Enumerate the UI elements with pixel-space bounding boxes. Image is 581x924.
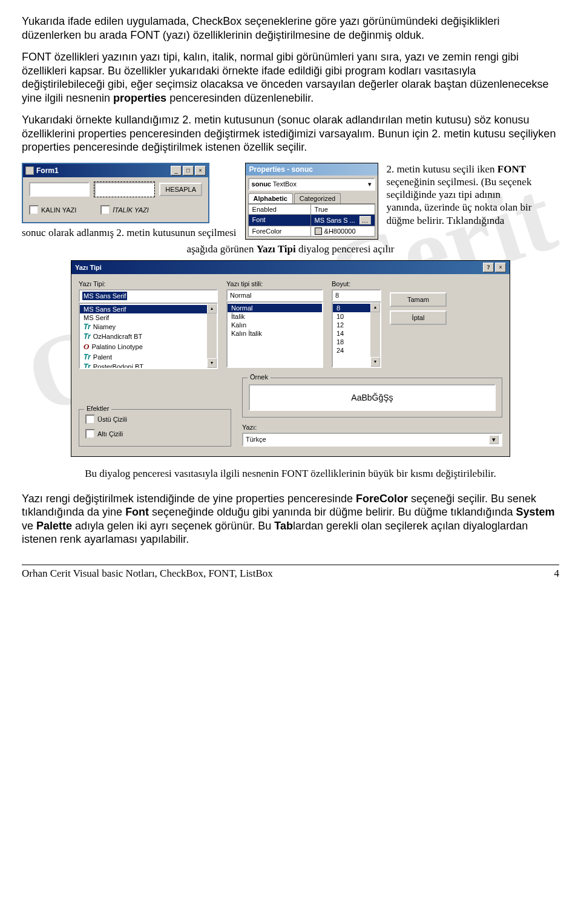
checkbox-icon — [100, 205, 110, 215]
help-button[interactable]: ? — [483, 263, 494, 272]
font-name-input[interactable]: MS Sans Serif — [79, 289, 218, 303]
checkbox-italik-label: İTALİK YAZI — [113, 206, 149, 214]
properties-tabs: Alphabetic Categorized — [248, 193, 375, 203]
list-item[interactable]: 12 — [333, 321, 370, 329]
properties-title: Properties - sonuc — [246, 163, 378, 175]
properties-window: Properties - sonuc sonuc TextBox ▾ Alpha… — [245, 163, 378, 240]
sc-b: FONT — [497, 163, 526, 175]
checkbox-under-label: Altı Çizili — [97, 430, 123, 437]
cc-a: aşağıda görünen — [186, 243, 256, 255]
prop-key: ForeColor — [249, 226, 311, 236]
minimize-button[interactable]: _ — [171, 166, 182, 175]
p2c: penceresinden düzenlenebilir. — [166, 92, 313, 104]
checkbox-italik[interactable]: İTALİK YAZI — [100, 205, 149, 215]
maximize-button[interactable]: □ — [183, 166, 194, 175]
font-size-input[interactable]: 8 — [332, 289, 381, 301]
sc-c: seçeneğinin seçilmesi. (Bu seçenek seçil… — [387, 176, 532, 226]
scrollbar[interactable]: ▴ ▾ — [370, 303, 380, 367]
form1-titlebar[interactable]: Form1 _ □ × — [23, 164, 208, 177]
opentype-icon: O — [84, 342, 89, 352]
ok-button[interactable]: Tamam — [390, 292, 447, 307]
textbox-sonuc[interactable] — [94, 182, 155, 197]
chevron-down-icon: ▾ — [489, 435, 499, 444]
list-item[interactable]: Normal — [228, 304, 322, 312]
list-item[interactable]: MS Sans Serif — [80, 305, 207, 313]
side-caption: 2. metin kutusu seçili iken FONT seçeneğ… — [387, 163, 532, 227]
prop-row-selected[interactable]: Font MS Sans S ... … — [249, 214, 375, 226]
sample-legend: Örnek — [248, 373, 271, 381]
obj-type: TextBox — [273, 180, 297, 188]
checkbox-kalin-label: KALIN YAZI — [41, 206, 76, 214]
label-yazi: Yazı: — [242, 424, 502, 431]
font-name-value: MS Sans Serif — [82, 292, 127, 300]
prop-row[interactable]: Enabled True — [249, 204, 375, 214]
cc-c: diyalog penceresi açılır — [296, 243, 395, 255]
ellipsis-button[interactable]: … — [359, 216, 371, 224]
prop-key: Font — [249, 215, 311, 226]
page-footer: Orhan Cerit Visual basic Notları, CheckB… — [22, 565, 559, 580]
prop-row[interactable]: ForeColor &H800000 — [249, 226, 375, 236]
after-caption: Bu diyalog penceresi vasıtasıyla ilgili … — [22, 468, 559, 480]
object-selector[interactable]: sonuc TextBox ▾ — [248, 178, 375, 191]
checkbox-strike-label: Üstü Çizili — [97, 416, 127, 423]
checkbox-underline[interactable]: Altı Çizili — [85, 429, 225, 439]
list-item[interactable]: Kalın — [228, 321, 322, 329]
hesapla-button[interactable]: HESAPLA — [159, 183, 202, 196]
font-style-value: Normal — [230, 292, 251, 299]
list-item[interactable]: 10 — [333, 312, 370, 321]
list-item[interactable]: TrPalent — [80, 352, 207, 362]
p2b: properties — [113, 92, 166, 104]
list-item[interactable]: 14 — [333, 329, 370, 338]
scroll-down-icon[interactable]: ▾ — [207, 358, 217, 368]
checkbox-strike[interactable]: Üstü Çizili — [85, 414, 225, 424]
paragraph-4: Yazı rengi değiştirilmek istendiğinde de… — [22, 492, 559, 546]
sc-a: 2. metin kutusu seçili iken — [387, 163, 497, 175]
label-stil: Yazı tipi stili: — [226, 280, 323, 287]
checkbox-kalin[interactable]: KALIN YAZI — [29, 205, 76, 215]
footer-left: Orhan Cerit Visual basic Notları, CheckB… — [22, 568, 273, 580]
tab-categorized[interactable]: Categorized — [294, 193, 341, 203]
font-size-value: 8 — [335, 292, 339, 299]
checkbox-icon — [85, 414, 95, 424]
scrollbar[interactable]: ▴ ▾ — [207, 304, 217, 368]
label-yazi-tipi: Yazı Tipi: — [79, 280, 218, 287]
textbox-1[interactable] — [29, 182, 90, 197]
form1-title: Form1 — [36, 166, 59, 175]
cancel-button[interactable]: İptal — [390, 310, 447, 325]
paragraph-1: Yukarıda ifade edilen uygulamada, CheckB… — [22, 15, 559, 42]
list-item[interactable]: 18 — [333, 338, 370, 346]
prop-val: &H800000 — [324, 228, 356, 235]
list-item[interactable]: OPalatino Linotype — [80, 341, 207, 352]
obj-name: sonuc — [252, 180, 271, 188]
scroll-up-icon[interactable]: ▴ — [370, 303, 380, 312]
tab-alphabetic[interactable]: Alphabetic — [248, 193, 293, 203]
paragraph-2: FONT özellikleri yazının yazı tipi, kalı… — [22, 50, 559, 105]
scroll-up-icon[interactable]: ▴ — [207, 304, 217, 313]
font-dialog-titlebar[interactable]: Yazı Tipi ? × — [71, 261, 510, 274]
checkbox-icon — [29, 205, 39, 215]
truetype-icon: Tr — [84, 323, 91, 331]
sample-text: AaBbĞğŞş — [249, 384, 496, 411]
center-caption: aşağıda görünen Yazı Tipi diyalog pencer… — [22, 243, 559, 255]
list-item[interactable]: İtalik — [228, 312, 322, 321]
font-dialog-title: Yazı Tipi — [75, 264, 102, 271]
label-boyut: Boyut: — [332, 280, 381, 287]
style-list[interactable]: Normal İtalik Kalın Kalın İtalik — [226, 301, 323, 368]
list-item[interactable]: TrOzHandicraft BT — [80, 332, 207, 341]
list-item[interactable]: MS Serif — [80, 313, 207, 322]
prop-val: MS Sans S ... — [315, 217, 355, 224]
effects-legend: Efektler — [84, 405, 111, 412]
close-button[interactable]: × — [495, 263, 506, 272]
color-swatch-icon — [315, 228, 322, 235]
font-list[interactable]: MS Sans Serif MS Serif TrNiamey TrOzHand… — [79, 303, 218, 369]
font-style-input[interactable]: Normal — [226, 289, 323, 301]
size-list[interactable]: 8 10 12 14 18 24 ▴ ▾ — [332, 301, 381, 368]
scroll-down-icon[interactable]: ▾ — [370, 357, 380, 367]
script-combo[interactable]: Türkçe ▾ — [242, 433, 502, 447]
list-item[interactable]: TrPosterBodoni BT — [80, 362, 207, 369]
list-item[interactable]: Kalın İtalik — [228, 329, 322, 338]
list-item[interactable]: TrNiamey — [80, 322, 207, 332]
list-item[interactable]: 24 — [333, 346, 370, 355]
close-button[interactable]: × — [195, 166, 206, 175]
list-item[interactable]: 8 — [333, 304, 370, 312]
